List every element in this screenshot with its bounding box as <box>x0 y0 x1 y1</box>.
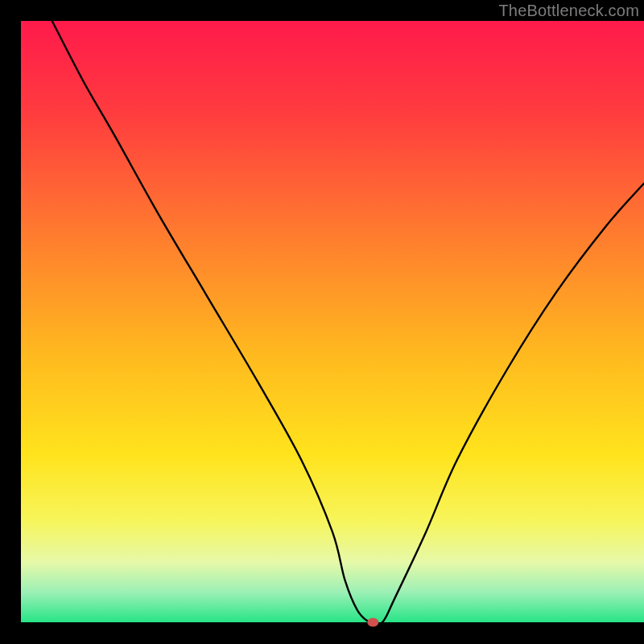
optimal-point-marker <box>367 618 378 627</box>
bottleneck-chart <box>0 0 644 644</box>
chart-container: TheBottleneck.com <box>0 0 644 644</box>
attribution-text: TheBottleneck.com <box>498 2 639 20</box>
